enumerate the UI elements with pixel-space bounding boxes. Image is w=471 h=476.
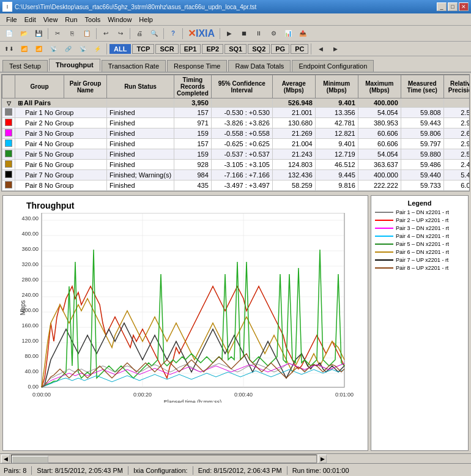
menu-window[interactable]: Window: [104, 15, 135, 24]
tb2-btn4[interactable]: 📡: [46, 42, 60, 56]
expand-icon[interactable]: ▽: [7, 100, 11, 106]
legend-item-label: Pair 8 – UP x2201 - rt: [396, 265, 448, 271]
cut-button[interactable]: ✂: [51, 27, 64, 40]
menu-edit[interactable]: Edit: [21, 15, 40, 24]
pair-name: Pair 4 No Group: [15, 139, 107, 149]
pair-precision: 6.003: [443, 180, 470, 191]
save-button[interactable]: 💾: [32, 27, 45, 40]
tb2-btn7[interactable]: ⚡: [91, 42, 104, 56]
tb2-btn6[interactable]: 📡: [76, 42, 89, 56]
legend-item-label: Pair 7 – UP x2201 - rt: [396, 257, 448, 263]
pair-min: 9.816: [315, 180, 358, 191]
stop-button[interactable]: ⏹: [237, 27, 251, 40]
pair-avg: 124.803: [272, 160, 315, 170]
filter-pc[interactable]: PC: [291, 44, 308, 54]
tb2-arrow-left[interactable]: ◀: [314, 42, 327, 56]
svg-text:0:00:00: 0:00:00: [32, 392, 51, 398]
status-sep1: [31, 466, 32, 475]
sep3: [130, 28, 130, 39]
zoom-button[interactable]: 🔍: [147, 27, 161, 40]
filter-sq1[interactable]: SQ1: [224, 44, 247, 54]
legend-items: Pair 1 – DN x2201 - rt Pair 2 – UP x2201…: [375, 209, 464, 271]
help-icon-btn[interactable]: ?: [166, 27, 180, 40]
redo-button[interactable]: ↪: [114, 27, 127, 40]
menu-view[interactable]: View: [40, 15, 62, 24]
table-row: Pair 6 No Group Finished 928 -3.105 : +3…: [2, 160, 470, 170]
legend-line-color: [375, 236, 393, 237]
all-pairs-precision: [443, 99, 470, 108]
svg-text:Elapsed time (h:mm:ss): Elapsed time (h:mm:ss): [164, 399, 222, 403]
svg-text:120.00: 120.00: [21, 338, 39, 344]
pair-time: 59.443: [401, 118, 443, 128]
col-timing-records: Timing Records Completed: [174, 75, 212, 99]
pair-precision: 2.488: [443, 160, 470, 170]
paste-button[interactable]: 📋: [80, 27, 94, 40]
tb2-arrow-right[interactable]: ▶: [328, 42, 342, 56]
filter-sq2[interactable]: SQ2: [248, 44, 270, 54]
col-min: Minimum (Mbps): [315, 75, 358, 99]
filter-ep2[interactable]: EP2: [202, 44, 223, 54]
copy-button[interactable]: ⎘: [65, 27, 79, 40]
pair-confidence: -0.558 : +0.558: [211, 128, 272, 139]
legend-item: Pair 6 – DN x2201 - rt: [375, 249, 464, 255]
chart-button[interactable]: 📊: [281, 27, 295, 40]
tb2-btn3[interactable]: 📶: [32, 42, 45, 56]
tb2-btn2[interactable]: 📶: [17, 42, 31, 56]
pair-name: Pair 3 No Group: [15, 128, 107, 139]
filter-ep1[interactable]: EP1: [180, 44, 201, 54]
tb2-btn5[interactable]: 🔗: [61, 42, 75, 56]
new-button[interactable]: 📄: [2, 27, 16, 40]
sep6: [220, 28, 220, 39]
tab-response-time[interactable]: Response Time: [167, 60, 227, 72]
tab-endpoint[interactable]: Endpoint Configuration: [292, 60, 374, 72]
menu-tools[interactable]: Tools: [81, 15, 105, 24]
tab-raw-data[interactable]: Raw Data Totals: [228, 60, 291, 72]
pair-max: 363.637: [358, 160, 401, 170]
config-button[interactable]: ⚙: [267, 27, 280, 40]
pair-max: 54.054: [358, 108, 401, 118]
pause-button[interactable]: ⏸: [252, 27, 265, 40]
open-button[interactable]: 📂: [17, 27, 31, 40]
tab-transaction-rate[interactable]: Transaction Rate: [102, 60, 166, 72]
all-pairs-label: ⊞All Pairs: [15, 99, 107, 108]
chart-area: Throughput 430.00 400.00 360.00 320.00 2…: [0, 193, 471, 453]
minimize-button[interactable]: _: [437, 2, 447, 11]
menu-file[interactable]: File: [2, 15, 21, 24]
legend-item-label: Pair 2 – UP x2201 - rt: [396, 217, 448, 223]
scroll-left-btn[interactable]: ◀: [1, 455, 10, 463]
pair-min: 12.821: [315, 128, 358, 139]
legend-item: Pair 7 – UP x2201 - rt: [375, 257, 464, 263]
menu-help[interactable]: Help: [135, 15, 157, 24]
scroll-right-btn[interactable]: ▶: [318, 455, 327, 463]
pair-icon-cell: [2, 180, 15, 191]
scroll-track[interactable]: [11, 455, 317, 463]
tab-test-setup[interactable]: Test Setup: [2, 60, 48, 72]
filter-scr[interactable]: SCR: [155, 44, 178, 54]
filter-pg[interactable]: PG: [271, 44, 289, 54]
svg-text:0:01:00: 0:01:00: [335, 392, 354, 398]
run-button[interactable]: ▶: [223, 27, 236, 40]
legend-line-color: [375, 212, 393, 213]
pair-avg: 21.004: [272, 139, 315, 149]
horizontal-scrollbar[interactable]: ◀ ▶: [0, 453, 471, 463]
scroll-thumb[interactable]: [12, 456, 48, 463]
pair-icon-cell: [2, 160, 15, 170]
table-row: Pair 2 No Group Finished 971 -3.826 : +3…: [2, 118, 470, 128]
pair-precision: 2.976: [443, 139, 470, 149]
undo-button[interactable]: ↩: [99, 27, 113, 40]
maximize-button[interactable]: □: [448, 2, 458, 11]
pair-records: 928: [174, 160, 212, 170]
print-button[interactable]: 🖨: [133, 27, 146, 40]
filter-tcp[interactable]: TCP: [132, 44, 154, 54]
pair-time: 59.806: [401, 128, 443, 139]
tb2-btn1[interactable]: ⬆⬇: [2, 42, 16, 56]
close-button[interactable]: ✕: [459, 2, 469, 11]
pair-max: 60.606: [358, 139, 401, 149]
pair-records: 971: [174, 118, 212, 128]
tab-throughput[interactable]: Throughput: [49, 59, 100, 72]
all-pairs-time: [401, 99, 443, 108]
menu-run[interactable]: Run: [61, 15, 81, 24]
export-button[interactable]: 📤: [296, 27, 310, 40]
legend-line-color: [375, 251, 393, 253]
filter-all[interactable]: ALL: [109, 44, 131, 54]
